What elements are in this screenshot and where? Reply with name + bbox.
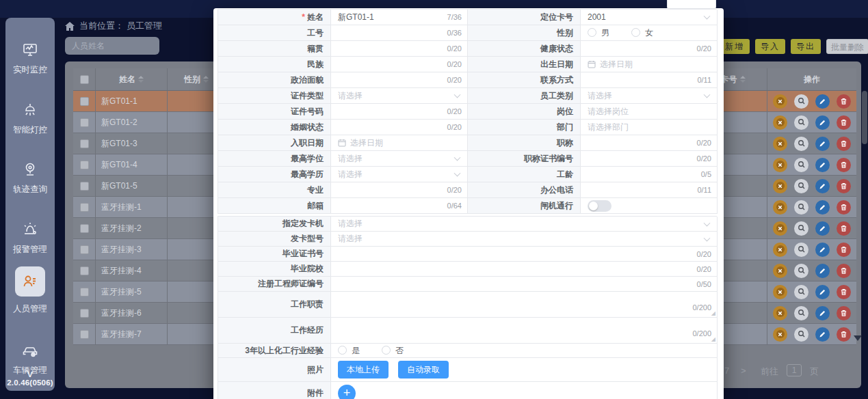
view-button[interactable] xyxy=(794,285,808,299)
scroll-down-icon[interactable] xyxy=(854,335,862,341)
auto-capture-button[interactable]: 自动录取 xyxy=(398,361,449,379)
delete-button[interactable] xyxy=(837,115,851,130)
delete-button[interactable] xyxy=(837,94,851,109)
delete-button[interactable] xyxy=(837,137,851,151)
local-upload-button[interactable]: 本地上传 xyxy=(338,361,389,379)
delete-button[interactable] xyxy=(837,200,851,215)
view-button[interactable] xyxy=(794,179,808,193)
row-checkbox[interactable] xyxy=(80,330,89,339)
post-field[interactable]: 请选择岗位 xyxy=(581,104,718,120)
locate-card-no-field[interactable]: 2001 xyxy=(581,10,718,25)
employee-category-field[interactable]: 请选择 xyxy=(581,88,718,104)
edit-button[interactable] xyxy=(815,200,830,215)
row-checkbox[interactable] xyxy=(80,161,89,169)
edit-button[interactable] xyxy=(815,285,830,299)
edit-button[interactable] xyxy=(815,179,830,193)
row-checkbox[interactable] xyxy=(80,97,89,106)
sidebar-item-realtime-monitor[interactable]: 实时监控 xyxy=(5,41,55,76)
delete-button[interactable] xyxy=(837,285,851,299)
card-unbind-button[interactable] xyxy=(773,200,787,215)
view-button[interactable] xyxy=(794,327,808,342)
delete-button[interactable] xyxy=(837,221,851,236)
graduation-cert-no-field[interactable]: 0/20 xyxy=(331,247,718,262)
contact-field[interactable]: 0/11 xyxy=(581,72,718,88)
view-button[interactable] xyxy=(794,94,808,109)
radio-option[interactable]: 否 xyxy=(382,345,404,357)
card-model-field[interactable]: 请选择 xyxy=(331,232,718,247)
department-field[interactable]: 请选择部门 xyxy=(581,120,718,135)
highest-degree-field[interactable]: 请选择 xyxy=(331,151,468,167)
row-checkbox[interactable] xyxy=(80,182,89,191)
card-unbind-button[interactable] xyxy=(773,306,787,320)
pagination-page-7[interactable]: 7 xyxy=(724,366,729,378)
row-checkbox[interactable] xyxy=(80,118,89,127)
native-place-field[interactable]: 0/20 xyxy=(331,41,468,57)
radio-option[interactable]: 女 xyxy=(631,27,653,39)
gate-access-toggle[interactable] xyxy=(588,200,611,212)
sidebar-item-smart-light[interactable]: 智能灯控 xyxy=(5,101,55,136)
import-button[interactable]: 导入 xyxy=(755,39,785,54)
political-status-field[interactable]: 0/20 xyxy=(331,72,468,88)
batch-delete-button[interactable]: 批量删除 xyxy=(826,39,868,54)
chemical-experience-3y-field[interactable]: 是否 xyxy=(331,344,718,358)
row-checkbox[interactable] xyxy=(80,139,89,148)
card-unbind-button[interactable] xyxy=(773,94,787,109)
delete-button[interactable] xyxy=(837,243,851,257)
edit-button[interactable] xyxy=(815,243,830,257)
radio-icon[interactable] xyxy=(631,28,640,37)
view-button[interactable] xyxy=(794,221,808,236)
edit-button[interactable] xyxy=(815,158,830,172)
card-unbind-button[interactable] xyxy=(773,327,787,342)
delete-button[interactable] xyxy=(837,264,851,278)
card-unbind-button[interactable] xyxy=(773,243,787,257)
major-field[interactable]: 0/20 xyxy=(331,182,468,198)
edit-button[interactable] xyxy=(815,137,830,151)
sidebar-item-personnel-manage[interactable]: 人员管理 xyxy=(5,301,55,315)
radio-icon[interactable] xyxy=(382,346,391,355)
view-button[interactable] xyxy=(794,137,808,151)
birth-date-field[interactable]: 选择日期 xyxy=(581,57,718,72)
id-type-field[interactable]: 请选择 xyxy=(331,88,468,104)
email-field[interactable]: 0/64 xyxy=(331,198,468,214)
marital-status-field[interactable]: 0/20 xyxy=(331,120,468,135)
radio-option[interactable]: 男 xyxy=(588,27,609,39)
view-button[interactable] xyxy=(794,306,808,320)
edit-button[interactable] xyxy=(815,264,830,278)
row-checkbox[interactable] xyxy=(80,224,89,233)
card-unbind-button[interactable] xyxy=(773,158,787,172)
card-unbind-button[interactable] xyxy=(773,285,787,299)
radio-icon[interactable] xyxy=(338,346,347,355)
card-unbind-button[interactable] xyxy=(773,115,787,130)
select-all-checkbox[interactable] xyxy=(80,75,89,84)
sort-carets-icon[interactable] xyxy=(203,76,209,83)
view-button[interactable] xyxy=(794,200,808,215)
work-experience-field[interactable]: 0/200◢ xyxy=(331,318,718,344)
row-checkbox[interactable] xyxy=(80,266,89,275)
row-checkbox[interactable] xyxy=(80,288,89,297)
job-title-field[interactable]: 0/20 xyxy=(581,135,718,151)
view-button[interactable] xyxy=(794,158,808,172)
card-unbind-button[interactable] xyxy=(773,137,787,151)
attachment-field[interactable]: + xyxy=(331,382,718,399)
work-years-field[interactable]: 0/5 xyxy=(581,167,718,182)
ethnicity-field[interactable]: 0/20 xyxy=(331,57,468,72)
delete-button[interactable] xyxy=(837,306,851,320)
delete-button[interactable] xyxy=(837,327,851,342)
edit-button[interactable] xyxy=(815,221,830,236)
edit-button[interactable] xyxy=(815,94,830,109)
edit-button[interactable] xyxy=(815,115,830,130)
sidebar-item-alarm-manage[interactable]: 报警管理 xyxy=(5,221,55,256)
card-unbind-button[interactable] xyxy=(773,179,787,193)
column-header-name[interactable]: 姓名 xyxy=(96,68,168,90)
card-unbind-button[interactable] xyxy=(773,264,787,278)
add-attachment-button[interactable]: + xyxy=(338,385,356,399)
search-input[interactable]: 人员姓名 xyxy=(65,37,159,55)
health-status-field[interactable]: 0/20 xyxy=(581,41,718,57)
edit-button[interactable] xyxy=(815,327,830,342)
office-phone-field[interactable]: 0/11 xyxy=(581,182,718,198)
graduation-school-field[interactable]: 0/20 xyxy=(331,262,718,277)
delete-button[interactable] xyxy=(837,179,851,193)
card-issuer-field[interactable]: 请选择 xyxy=(331,217,718,232)
scrollbar-thumb[interactable] xyxy=(862,91,867,144)
export-button[interactable]: 导出 xyxy=(791,39,821,54)
